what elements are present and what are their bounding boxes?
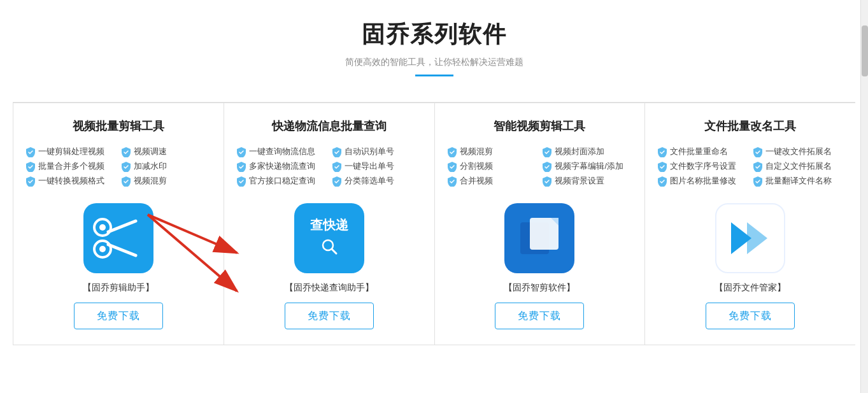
cards-container: 视频批量剪辑工具 一键剪辑处理视频 视频调速 批量合并多个视频 加减水印 <box>13 102 855 345</box>
feature-item: 视频封面添加 <box>543 146 632 157</box>
express-icon-text: 查快递 <box>310 217 348 232</box>
feature-item: 多家快递物流查询 <box>237 161 326 172</box>
download-btn-smart-video[interactable]: 免费下载 <box>495 303 584 329</box>
svg-line-4 <box>108 221 136 232</box>
shield-icon <box>332 162 341 172</box>
features-grid-smart-video: 视频混剪 视频封面添加 分割视频 视频字幕编辑/添加 合并视频 <box>448 146 632 187</box>
feature-item: 一键查询物流信息 <box>237 146 326 157</box>
feature-item: 视频混剪 <box>122 176 211 187</box>
shield-icon <box>122 176 131 187</box>
shield-icon <box>658 147 667 157</box>
shield-icon <box>753 147 762 157</box>
shield-icon <box>448 162 457 172</box>
feature-item: 图片名称批量修改 <box>658 176 747 187</box>
header-divider <box>415 75 453 76</box>
shield-icon <box>332 147 341 157</box>
features-grid-video-batch: 一键剪辑处理视频 视频调速 批量合并多个视频 加减水印 一键转换视频格式 <box>26 146 211 187</box>
shield-icon <box>26 162 35 172</box>
feature-item: 自动识别单号 <box>332 146 422 157</box>
svg-line-8 <box>332 249 336 254</box>
card-title-file-rename: 文件批量改名工具 <box>704 118 796 134</box>
shield-icon <box>543 162 551 172</box>
shield-icon <box>543 176 551 187</box>
feature-item: 一键剪辑处理视频 <box>26 146 115 157</box>
feature-item: 加减水印 <box>122 161 211 172</box>
download-btn-file-rename[interactable]: 免费下载 <box>706 303 795 329</box>
shield-icon <box>448 176 457 187</box>
feature-item: 分类筛选单号 <box>332 176 422 187</box>
shield-icon <box>753 176 762 187</box>
app-name-scissors: 【固乔剪辑助手】 <box>83 282 154 294</box>
feature-item: 视频背景设置 <box>543 176 632 187</box>
feature-item: 批量合并多个视频 <box>26 161 115 172</box>
feature-item: 一键导出单号 <box>332 161 422 172</box>
feature-item: 视频字幕编辑/添加 <box>543 161 632 172</box>
app-name-file-manager: 【固乔文件管家】 <box>715 282 786 294</box>
feature-item: 官方接口稳定查询 <box>237 176 326 187</box>
feature-item: 视频混剪 <box>448 146 537 157</box>
app-icon-smart-edit <box>504 203 574 273</box>
shield-icon <box>658 176 667 187</box>
feature-item: 视频调速 <box>122 146 211 157</box>
svg-marker-14 <box>747 222 767 254</box>
page-title: 固乔系列软件 <box>345 19 523 50</box>
app-icon-express: 查快递 <box>294 203 364 273</box>
features-grid-express: 一键查询物流信息 自动识别单号 多家快递物流查询 一键导出单号 官方接口稳定查询 <box>237 146 422 187</box>
shield-icon <box>332 176 341 187</box>
app-name-express: 【固乔快递查询助手】 <box>285 282 374 294</box>
page-wrapper: 固乔系列软件 简便高效的智能工具，让你轻松解决运营难题 视频批量剪辑工具 一键剪… <box>0 0 868 371</box>
shield-icon <box>26 176 35 187</box>
shield-icon <box>237 147 246 157</box>
page-subtitle: 简便高效的智能工具，让你轻松解决运营难题 <box>345 57 523 68</box>
app-name-smart-edit: 【固乔智剪软件】 <box>504 282 575 294</box>
feature-item: 一键改文件拓展名 <box>753 146 843 157</box>
card-express-query: 快递物流信息批量查询 一键查询物流信息 自动识别单号 多家快递物流查询 一键导出… <box>224 103 435 345</box>
card-title-smart-video: 智能视频剪辑工具 <box>494 118 585 134</box>
feature-item: 批量翻译文件名称 <box>753 176 843 187</box>
shield-icon <box>753 162 762 172</box>
download-btn-express[interactable]: 免费下载 <box>285 303 374 329</box>
svg-point-2 <box>99 246 106 252</box>
svg-point-3 <box>99 224 106 231</box>
feature-item: 自定义文件拓展名 <box>753 161 843 172</box>
shield-icon <box>237 162 246 172</box>
feature-item: 一键转换视频格式 <box>26 176 115 187</box>
feature-item: 合并视频 <box>448 176 537 187</box>
shield-icon <box>122 162 131 172</box>
shield-icon <box>26 147 35 157</box>
card-title-video-batch: 视频批量剪辑工具 <box>73 118 164 134</box>
shield-icon <box>543 147 551 157</box>
feature-item: 文件数字序号设置 <box>658 161 747 172</box>
download-btn-video-batch[interactable]: 免费下载 <box>74 303 163 329</box>
header: 固乔系列软件 简便高效的智能工具，让你轻松解决运营难题 <box>345 19 523 96</box>
app-icon-file-manager <box>715 203 785 273</box>
scrollbar-thumb[interactable] <box>862 25 868 76</box>
express-search-icon <box>320 238 338 259</box>
shield-icon <box>658 162 667 172</box>
shield-icon <box>237 176 246 187</box>
svg-line-5 <box>108 245 136 255</box>
card-title-express: 快递物流信息批量查询 <box>272 118 387 134</box>
shield-icon <box>448 147 457 157</box>
card-smart-video: 智能视频剪辑工具 视频混剪 视频封面添加 分割视频 视频字幕编辑/添加 <box>435 103 646 345</box>
shield-icon <box>122 147 131 157</box>
feature-item: 文件批量重命名 <box>658 146 747 157</box>
card-file-rename: 文件批量改名工具 文件批量重命名 一键改文件拓展名 文件数字序号设置 自定义文件… <box>645 103 855 345</box>
scrollbar[interactable] <box>860 0 868 393</box>
feature-item: 分割视频 <box>448 161 537 172</box>
features-grid-file-rename: 文件批量重命名 一键改文件拓展名 文件数字序号设置 自定义文件拓展名 图片名称批… <box>658 146 843 187</box>
app-icon-scissors <box>83 203 153 273</box>
card-video-batch: 视频批量剪辑工具 一键剪辑处理视频 视频调速 批量合并多个视频 加减水印 <box>13 103 224 345</box>
